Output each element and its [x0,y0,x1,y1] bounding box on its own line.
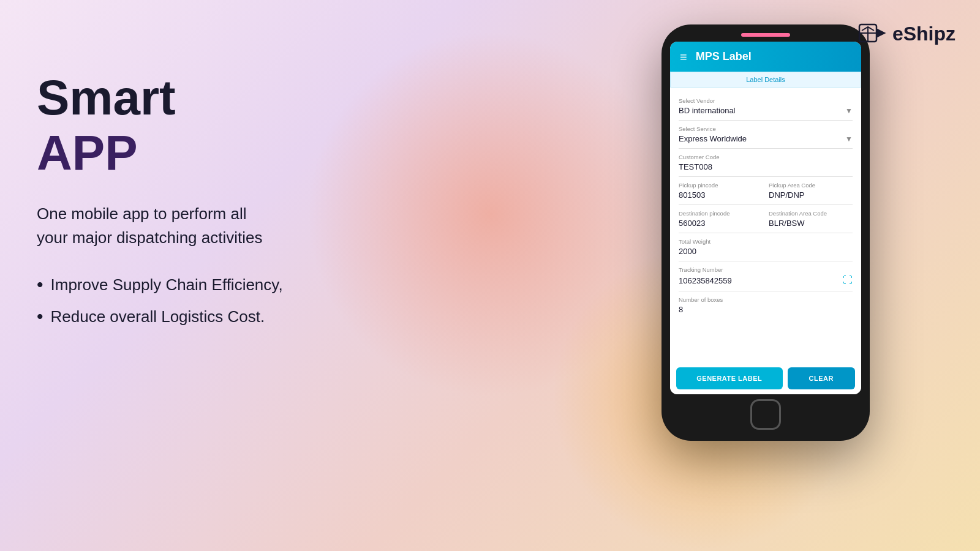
phone-screen: ≡ MPS Label Label Details Select Vendor … [670,42,861,394]
destination-row: Destination pincode 560023 Destination A… [679,205,853,233]
service-field: Select Service Express Worldwide ▼ [679,126,853,143]
destination-pincode-field: Destination pincode 560023 [679,210,763,228]
phone-speaker [741,33,790,37]
vendor-row: Select Vendor BD international ▼ [679,92,853,121]
pickup-pincode-label: Pickup pincode [679,182,763,189]
pickup-area-label: Pickup Area Code [769,182,853,189]
vendor-value-row: BD international ▼ [679,106,853,115]
vendor-label: Select Vendor [679,97,853,104]
boxes-value: 8 [679,305,853,314]
bullet-item-2: Reduce overall Logistics Cost. [37,306,283,327]
app-title: MPS Label [696,50,752,63]
vendor-value: BD international [679,106,736,115]
app-header: ≡ MPS Label [670,42,861,72]
weight-label: Total Weight [679,238,853,245]
customer-code-row: Customer Code TEST008 [679,149,853,177]
service-row: Select Service Express Worldwide ▼ [679,121,853,149]
boxes-field: Number of boxes 8 [679,296,853,314]
boxes-row: Number of boxes 8 [679,291,853,319]
pickup-pincode-value: 801503 [679,190,763,200]
bullet-item-1: Improve Supply Chain Efficiency, [37,274,283,295]
service-label: Select Service [679,126,853,132]
pickup-area-field: Pickup Area Code DNP/DNP [769,182,853,200]
service-dropdown-arrow[interactable]: ▼ [845,135,853,143]
customer-code-field: Customer Code TEST008 [679,154,853,171]
hamburger-icon[interactable]: ≡ [680,51,687,63]
destination-pincode-value: 560023 [679,219,763,228]
customer-code-label: Customer Code [679,154,853,160]
form-area: Select Vendor BD international ▼ Select … [670,88,861,361]
bullet-list: Improve Supply Chain Efficiency, Reduce … [37,274,283,327]
destination-area-value: BLR/BSW [769,219,853,228]
logo-icon [856,18,886,49]
logo-text: eShipz [892,23,956,45]
tracking-field: Tracking Number 106235842559 ⛶ [679,266,853,286]
tracking-value: 106235842559 [679,276,732,285]
logo: eShipz [856,18,956,49]
boxes-label: Number of boxes [679,296,853,303]
destination-area-label: Destination Area Code [769,210,853,217]
tracking-label: Tracking Number [679,266,853,273]
phone-home-button[interactable] [750,399,781,430]
weight-value: 2000 [679,247,853,256]
scan-icon[interactable]: ⛶ [843,275,853,286]
customer-code-value: TEST008 [679,162,853,171]
left-content: Smart APP One mobile app to perform ally… [37,73,283,338]
destination-area-field: Destination Area Code BLR/BSW [769,210,853,228]
tracking-value-row: 106235842559 ⛶ [679,275,853,286]
vendor-field: Select Vendor BD international ▼ [679,97,853,115]
weight-row: Total Weight 2000 [679,233,853,261]
pickup-area-value: DNP/DNP [769,190,853,200]
action-buttons: GENERATE LABEL CLEAR [670,361,861,394]
vendor-dropdown-arrow[interactable]: ▼ [845,107,853,115]
service-value-row: Express Worldwide ▼ [679,134,853,143]
pickup-row: Pickup pincode 801503 Pickup Area Code D… [679,177,853,205]
subtitle: One mobile app to perform allyour major … [37,202,283,250]
weight-field: Total Weight 2000 [679,238,853,256]
destination-pincode-label: Destination pincode [679,210,763,217]
service-value: Express Worldwide [679,134,747,143]
headline-smart: Smart [37,73,283,122]
clear-button[interactable]: CLEAR [788,367,856,389]
label-details-header: Label Details [670,72,861,88]
phone-mockup: ≡ MPS Label Label Details Select Vendor … [662,24,870,441]
phone-container: ≡ MPS Label Label Details Select Vendor … [662,24,870,441]
generate-label-button[interactable]: GENERATE LABEL [676,367,783,389]
pickup-pincode-field: Pickup pincode 801503 [679,182,763,200]
tracking-row: Tracking Number 106235842559 ⛶ [679,261,853,291]
headline-app: APP [37,129,283,178]
